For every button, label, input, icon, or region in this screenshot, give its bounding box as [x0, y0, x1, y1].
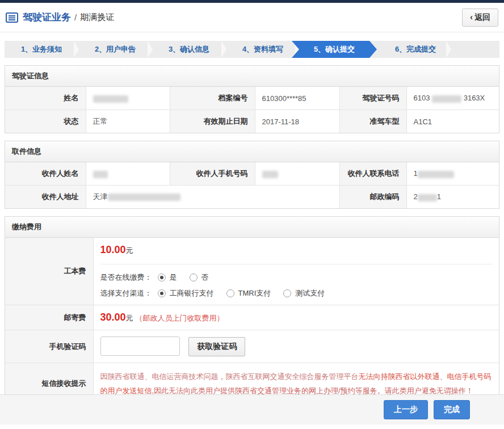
recipient-name-label: 收件人姓名 [5, 162, 86, 186]
online-pay-yes-radio[interactable]: 是 [158, 272, 177, 283]
steps-filler [451, 41, 499, 58]
fees-table: 工本费 10.00元 是否在线缴费： 是 否 选择支付渠道： 工商银行支付 TM… [5, 238, 499, 404]
recipient-mobile-label: 收件人手机号码 [170, 162, 255, 186]
fees-title: 缴纳费用 [5, 217, 499, 238]
back-button[interactable]: ‹返回 [462, 9, 498, 27]
card-fee-cell: 10.00元 是否在线缴费： 是 否 选择支付渠道： 工商银行支付 TMRI支付… [93, 238, 499, 305]
channel-icbc-radio[interactable]: 工商银行支付 [158, 288, 214, 298]
name-value [86, 87, 170, 110]
channel-test-label: 测试支付 [295, 288, 325, 298]
table-row: 状态 正常 有效期止日期 2017-11-18 准驾车型 A1C1 [5, 110, 499, 133]
breadcrumb-current: 期满换证 [80, 12, 114, 23]
license-no-value: 6103 3163X [406, 87, 499, 110]
back-label: 返回 [474, 12, 490, 22]
channel-tmri-radio[interactable]: TMRI支付 [226, 288, 271, 298]
business-list-icon [6, 12, 18, 23]
license-info-table: 姓名 档案编号 610300****85 驾驶证号码 6103 3163X 状态… [5, 87, 499, 133]
channel-tmri-label: TMRI支付 [238, 288, 271, 298]
get-code-button[interactable]: 获取验证码 [188, 337, 245, 356]
table-row: 姓名 档案编号 610300****85 驾驶证号码 6103 3163X [5, 87, 499, 110]
step-4-fill-data[interactable]: 4、资料填写 [226, 41, 300, 58]
radio-unselected-icon [190, 274, 198, 281]
channel-icbc-label: 工商银行支付 [170, 288, 214, 298]
postage-note: （邮政人员上门收取费用） [136, 314, 224, 322]
notice-part1: 因陕西省联通、电信运营商技术问题，陕西省互联网交通安全综合服务管理平台 [100, 372, 359, 381]
table-row: 收件人姓名 收件人手机号码 收件人联系电话 1 [5, 162, 499, 186]
footer-action-bar: 上一步 完成 [0, 394, 504, 424]
radio-unselected-icon [226, 289, 234, 297]
recipient-mobile-value [255, 162, 339, 186]
recipient-address-prefix: 天津 [93, 192, 108, 201]
license-no-suffix: 3163X [464, 94, 485, 102]
recipient-address-label: 收件人地址 [5, 186, 86, 209]
online-pay-no-label: 否 [201, 272, 209, 283]
sms-code-label: 手机验证码 [5, 330, 93, 363]
postcode-label: 邮政编码 [339, 186, 406, 209]
step-wizard: 1、业务须知 2、用户申告 3、确认信息 4、资料填写 5、确认提交 6、完成提… [5, 41, 499, 58]
table-row: 手机验证码 获取验证码 [5, 330, 499, 363]
valid-until-label: 有效期止日期 [170, 110, 255, 133]
file-no-label: 档案编号 [170, 87, 255, 110]
finish-button[interactable]: 完成 [434, 400, 470, 419]
vehicle-class-label: 准驾车型 [339, 110, 406, 133]
pay-channel-row: 选择支付渠道： 工商银行支付 TMRI支付 测试支付 [100, 288, 493, 298]
card-fee-price: 10.00元 [100, 244, 493, 256]
table-row: 工本费 10.00元 是否在线缴费： 是 否 选择支付渠道： 工商银行支付 TM… [5, 238, 499, 305]
step-5-confirm-submit[interactable]: 5、确认提交 [292, 41, 377, 58]
file-no-value: 610300****85 [255, 87, 339, 110]
postage-unit: 元 [126, 314, 133, 322]
breadcrumb-separator: / [74, 12, 77, 22]
page-title: 驾驶证业务 [23, 11, 71, 24]
step-3-confirm-info[interactable]: 3、确认信息 [152, 41, 226, 58]
card-fee-label: 工本费 [5, 238, 93, 305]
sms-notice-text: 因陕西省联通、电信运营商技术问题，陕西省互联网交通安全综合服务管理平台无法向持陕… [100, 369, 493, 398]
license-info-section: 驾驶证信息 姓名 档案编号 610300****85 驾驶证号码 6103 31… [5, 65, 499, 133]
sms-code-cell: 获取验证码 [93, 330, 499, 363]
recipient-phone-value: 1 [406, 162, 499, 186]
online-pay-label: 是否在线缴费： [100, 272, 152, 283]
license-no-prefix: 6103 [414, 94, 430, 102]
channel-test-radio[interactable]: 测试支付 [283, 288, 325, 298]
redacted-license-no [432, 95, 461, 103]
postage-amount: 30.00 [100, 312, 126, 323]
online-pay-no-radio[interactable]: 否 [190, 272, 209, 283]
recipient-phone-label: 收件人联系电话 [339, 162, 406, 186]
radio-selected-icon [158, 289, 166, 297]
back-chevron-icon: ‹ [470, 12, 473, 22]
pickup-info-title: 取件信息 [5, 141, 499, 162]
card-fee-unit: 元 [126, 246, 133, 255]
redacted-recipient-phone [418, 171, 454, 178]
step-6-finish[interactable]: 6、完成提交 [377, 41, 451, 58]
valid-until-value: 2017-11-18 [255, 110, 339, 133]
postage-cell: 30.00元（邮政人员上门收取费用） [93, 305, 499, 330]
fee-divider [100, 264, 493, 264]
card-fee-amount: 10.00 [100, 244, 126, 255]
step-2-declaration[interactable]: 2、用户申告 [78, 41, 152, 58]
status-label: 状态 [5, 110, 86, 133]
redacted-name [93, 95, 128, 103]
recipient-phone-prefix: 1 [414, 169, 418, 178]
postcode-suffix: 1 [437, 192, 441, 201]
recipient-address-value: 天津 [86, 186, 339, 209]
sms-code-input[interactable] [100, 337, 180, 356]
pickup-info-table: 收件人姓名 收件人手机号码 收件人联系电话 1 收件人地址 天津 邮政编码 21 [5, 162, 499, 208]
pay-channel-label: 选择支付渠道： [100, 288, 152, 298]
postcode-prefix: 2 [414, 192, 418, 201]
redacted-postcode [418, 194, 437, 201]
step-1-notice[interactable]: 1、业务须知 [5, 41, 78, 58]
status-value: 正常 [86, 110, 170, 133]
radio-selected-icon [158, 274, 166, 281]
table-row: 收件人地址 天津 邮政编码 21 [5, 186, 499, 209]
name-label: 姓名 [5, 87, 86, 110]
redacted-recipient-address [108, 194, 180, 201]
online-pay-yes-label: 是 [170, 272, 177, 283]
radio-unselected-icon [283, 289, 291, 297]
notice-part3: ,因此无法向此类用户提供陕西省交通管理业务的网上办理/预约等服务。请此类用户避免… [152, 386, 473, 395]
redacted-recipient-name [93, 171, 108, 178]
recipient-name-value [86, 162, 170, 186]
previous-step-button[interactable]: 上一步 [384, 400, 428, 419]
postcode-value: 21 [406, 186, 499, 209]
pickup-info-section: 取件信息 收件人姓名 收件人手机号码 收件人联系电话 1 收件人地址 天津 邮政… [5, 141, 499, 209]
table-row: 邮寄费 30.00元（邮政人员上门收取费用） [5, 305, 499, 330]
license-no-label: 驾驶证号码 [339, 87, 406, 110]
